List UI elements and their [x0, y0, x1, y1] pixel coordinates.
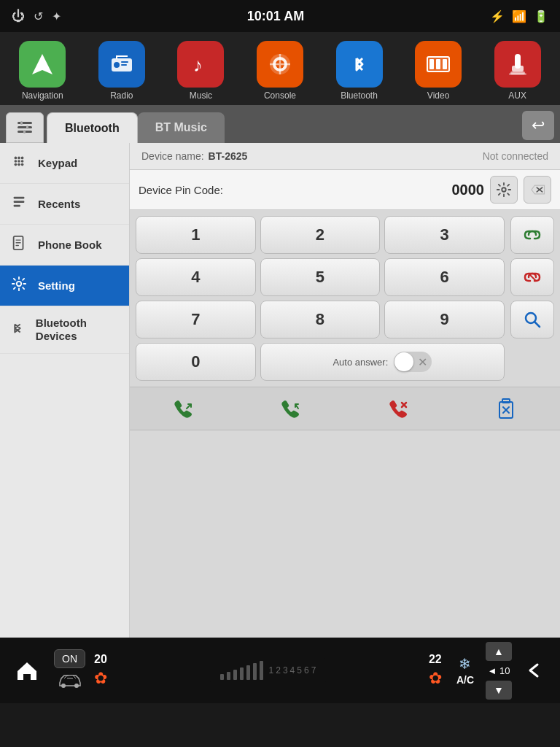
end-call-button[interactable]: [377, 391, 421, 426]
svg-rect-6: [116, 55, 128, 57]
pin-row: Device Pin Code: 0000: [130, 170, 560, 210]
app-music[interactable]: ♪ Music: [168, 41, 233, 101]
sidebar-item-setting[interactable]: Setting: [0, 266, 129, 306]
volume-arrows: ▲ ◄ 10 ▼: [486, 642, 512, 700]
svg-rect-3: [121, 61, 128, 63]
home-button[interactable]: [6, 638, 48, 703]
svg-point-29: [15, 160, 18, 163]
back-nav-button[interactable]: [512, 638, 554, 703]
right-panel: Device name: BT-2625 Not connected Devic…: [130, 143, 560, 638]
sidebar-item-btdevices[interactable]: Bluetooth Devices: [0, 306, 129, 354]
app-video[interactable]: Video: [405, 41, 471, 101]
volume-up-button[interactable]: ▲: [486, 642, 512, 661]
app-bluetooth[interactable]: Bluetooth: [327, 41, 392, 101]
refresh-icon: ↺: [34, 9, 43, 23]
sidebar-item-phonebook[interactable]: Phone Book: [0, 225, 129, 266]
volume-down-button[interactable]: ▼: [486, 681, 512, 700]
svg-point-55: [61, 684, 66, 688]
svg-point-34: [21, 163, 24, 166]
search-button[interactable]: [510, 301, 554, 338]
side-actions: [510, 216, 554, 381]
auto-answer-label: Auto answer:: [332, 357, 388, 368]
delete-button[interactable]: [484, 391, 528, 426]
svg-rect-52: [502, 399, 510, 403]
back-button[interactable]: ↩: [522, 111, 554, 140]
wifi-icon: 📶: [512, 9, 526, 23]
fan-bar-2: [227, 672, 230, 680]
num-btn-9[interactable]: 9: [384, 301, 505, 338]
pin-clear-button[interactable]: [524, 176, 551, 204]
sidebar-recents-label: Recents: [38, 198, 80, 211]
fan-speed-num-4: 4: [290, 665, 295, 676]
fan-speed-num-6: 6: [304, 665, 309, 676]
num-btn-4[interactable]: 4: [136, 258, 256, 296]
auto-answer-toggle[interactable]: ✕: [394, 352, 432, 372]
svg-point-31: [21, 160, 24, 163]
fan-speed-num-7: 7: [311, 665, 316, 676]
num-btn-0[interactable]: 0: [136, 343, 256, 381]
fan-bar-3: [233, 670, 237, 680]
tab-btmusic[interactable]: BT Music: [138, 112, 225, 143]
empty-content-area: [130, 430, 560, 638]
fan-bar-6: [253, 663, 257, 680]
music-icon: ♪: [177, 41, 224, 88]
svg-rect-19: [509, 73, 526, 75]
climate-left: ON: [48, 649, 91, 692]
app-radio[interactable]: Radio: [89, 41, 155, 101]
num-btn-5[interactable]: 5: [260, 258, 381, 296]
svg-line-48: [534, 322, 540, 327]
fan-speed-numbers: 1 2 3 4 5 6 7: [269, 665, 316, 676]
fan-bar-5: [246, 665, 250, 680]
svg-point-32: [15, 163, 18, 166]
sidebar-phonebook-label: Phone Book: [38, 239, 102, 252]
svg-marker-0: [32, 54, 52, 74]
app-video-label: Video: [427, 90, 449, 101]
btdevices-icon: [9, 320, 27, 340]
app-console[interactable]: Console: [247, 41, 313, 101]
call-bar: [130, 387, 560, 430]
fan-speed-num-5: 5: [297, 665, 302, 676]
num-btn-3[interactable]: 3: [384, 216, 505, 254]
status-icons-right: ⚡ 📶 🔋: [490, 9, 548, 23]
svg-rect-41: [15, 245, 19, 246]
unlink-button[interactable]: [510, 258, 554, 296]
num-btn-8[interactable]: 8: [260, 301, 381, 338]
incoming-call-button[interactable]: [269, 391, 313, 426]
usb-icon: ⚡: [490, 9, 505, 23]
num-btn-7[interactable]: 7: [136, 301, 256, 338]
temp2-label: 22: [429, 653, 442, 666]
svg-rect-20: [18, 122, 32, 124]
link-button[interactable]: [510, 216, 554, 254]
app-aux[interactable]: AUX: [485, 41, 551, 101]
svg-rect-25: [23, 130, 26, 133]
tab-bluetooth[interactable]: Bluetooth: [47, 112, 138, 143]
num-btn-1[interactable]: 1: [136, 216, 256, 254]
num-btn-2[interactable]: 2: [260, 216, 381, 254]
sidebar-item-recents[interactable]: Recents: [0, 184, 129, 225]
pin-gear-button[interactable]: [490, 176, 518, 204]
sidebar-btdevices-label: Bluetooth Devices: [36, 317, 120, 343]
fan-left-icon: ✿: [94, 669, 107, 688]
app-navigation-label: Navigation: [22, 90, 63, 101]
on-button[interactable]: ON: [54, 649, 85, 668]
svg-rect-35: [14, 197, 25, 199]
app-navigation[interactable]: Navigation: [9, 41, 75, 101]
sidebar-item-keypad[interactable]: Keypad: [0, 143, 129, 184]
settings-equalizer-button[interactable]: [6, 112, 44, 143]
app-aux-label: AUX: [508, 90, 526, 101]
outgoing-call-button[interactable]: [162, 391, 206, 426]
app-console-label: Console: [264, 90, 296, 101]
volume-label: ◄ 10: [488, 665, 510, 676]
toggle-off-icon: ✕: [418, 355, 427, 369]
recents-icon: [9, 194, 29, 214]
svg-rect-14: [436, 59, 440, 69]
svg-point-33: [18, 163, 20, 166]
device-name-value: BT-2625: [209, 150, 248, 162]
keypad-icon: [9, 153, 29, 173]
sidebar-keypad-label: Keypad: [38, 157, 77, 170]
svg-rect-39: [15, 239, 20, 240]
svg-rect-13: [429, 59, 434, 69]
svg-rect-37: [14, 205, 20, 207]
status-bar: ⏻ ↺ ✦ 10:01 AM ⚡ 📶 🔋: [0, 0, 560, 32]
num-btn-6[interactable]: 6: [384, 258, 505, 296]
